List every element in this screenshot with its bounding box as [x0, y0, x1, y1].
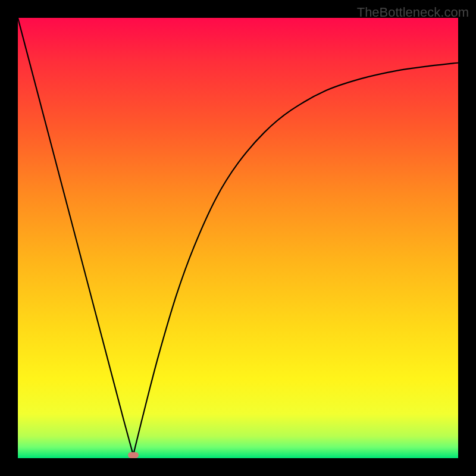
minimum-marker: [128, 452, 139, 458]
svg-rect-0: [18, 18, 458, 458]
chart-container: TheBottleneck.com: [0, 0, 476, 476]
plot-area: [18, 18, 458, 458]
gradient-background: [18, 18, 458, 458]
watermark-text: TheBottleneck.com: [357, 5, 469, 20]
